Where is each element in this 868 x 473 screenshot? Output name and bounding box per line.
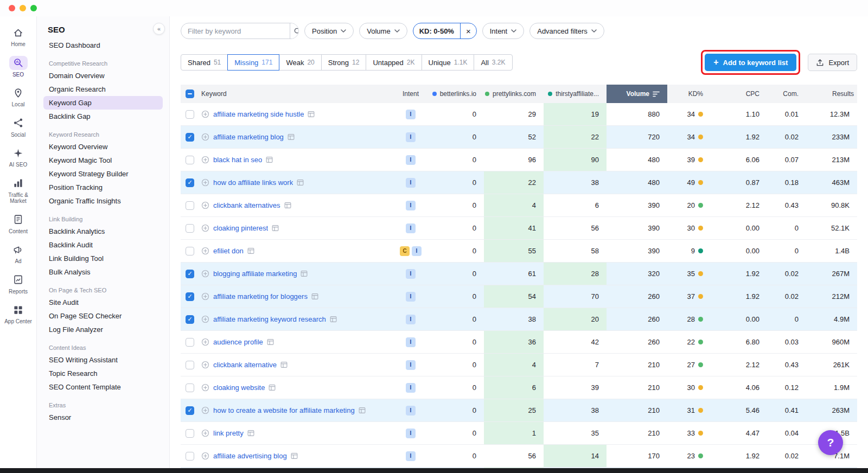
- sidebar-item-seo-content-template[interactable]: SEO Content Template: [43, 380, 163, 394]
- keyword-link[interactable]: cloaking pinterest: [213, 224, 268, 232]
- intent-badge-i[interactable]: I: [406, 451, 416, 461]
- row-checkbox[interactable]: [186, 156, 194, 164]
- sidebar-item-link-building-tool[interactable]: Link Building Tool: [43, 252, 163, 265]
- keyword-link[interactable]: clickbank alternative: [213, 361, 277, 369]
- sidebar-item-on-page-seo-checker[interactable]: On Page SEO Checker: [43, 309, 163, 323]
- sidebar-item-site-audit[interactable]: Site Audit: [43, 296, 163, 309]
- sidebar-item-keyword-magic-tool[interactable]: Keyword Magic Tool: [43, 154, 163, 167]
- keyword-link[interactable]: link pretty: [213, 429, 244, 437]
- tab-all[interactable]: All3.2K: [474, 54, 512, 71]
- rail-item-ai-seo[interactable]: AI SEO: [1, 142, 36, 172]
- intent-badge-i[interactable]: I: [412, 246, 422, 256]
- tab-missing[interactable]: Missing171: [227, 54, 279, 71]
- keyword-link[interactable]: blogging affiliate marketing: [213, 270, 297, 278]
- column-header-com[interactable]: Com.: [767, 85, 806, 103]
- sidebar-item-topic-research[interactable]: Topic Research: [43, 367, 163, 380]
- intent-badge-i[interactable]: I: [406, 383, 416, 393]
- sidebar-item-organic-traffic-insights[interactable]: Organic Traffic Insights: [43, 194, 163, 208]
- sidebar-item-keyword-strategy-builder[interactable]: Keyword Strategy Builder: [43, 167, 163, 181]
- intent-badge-i[interactable]: I: [406, 110, 416, 119]
- intent-badge-i[interactable]: I: [406, 155, 416, 165]
- traffic-light-minimize-icon[interactable]: [20, 5, 26, 11]
- keyword-link[interactable]: affiliate marketing keyword research: [213, 315, 326, 323]
- intent-filter-dropdown[interactable]: Intent: [482, 23, 525, 39]
- sidebar-item-sensor[interactable]: Sensor: [43, 411, 163, 424]
- row-checkbox[interactable]: ✓: [186, 292, 194, 301]
- traffic-light-close-icon[interactable]: [9, 5, 15, 11]
- column-header-results[interactable]: Results: [806, 85, 857, 103]
- sidebar-item-keyword-overview[interactable]: Keyword Overview: [43, 140, 163, 154]
- intent-badge-i[interactable]: I: [406, 269, 416, 279]
- sidebar-item-backlink-analytics[interactable]: Backlink Analytics: [43, 225, 163, 238]
- sidebar-item-organic-research[interactable]: Organic Research: [43, 82, 163, 96]
- sidebar-item-seo-writing-assistant[interactable]: SEO Writing Assistant: [43, 353, 163, 367]
- keyword-filter-input[interactable]: [181, 23, 290, 39]
- column-header-intent[interactable]: Intent: [394, 85, 427, 103]
- tab-shared[interactable]: Shared51: [181, 54, 228, 71]
- volume-filter-dropdown[interactable]: Volume: [359, 23, 407, 39]
- sidebar-item-log-file-analyzer[interactable]: Log File Analyzer: [43, 323, 163, 336]
- intent-badge-i[interactable]: I: [406, 429, 416, 438]
- sidebar-collapse-button[interactable]: «: [153, 23, 165, 35]
- column-header-volume[interactable]: Volume: [607, 85, 667, 103]
- traffic-light-zoom-icon[interactable]: [30, 5, 37, 11]
- rail-item-home[interactable]: Home: [1, 22, 36, 52]
- rail-item-ad[interactable]: Ad: [1, 239, 36, 269]
- add-to-keyword-list-button[interactable]: + Add to keyword list: [705, 54, 796, 71]
- position-filter-dropdown[interactable]: Position: [304, 23, 354, 39]
- rail-item-local[interactable]: Local: [1, 82, 36, 112]
- column-header-thirstyaffiliate[interactable]: thirstyaffiliate...: [544, 85, 607, 103]
- intent-badge-i[interactable]: I: [406, 201, 416, 210]
- row-checkbox[interactable]: ✓: [186, 178, 194, 187]
- sidebar-item-backlink-gap[interactable]: Backlink Gap: [43, 110, 163, 123]
- keyword-link[interactable]: efiliet don: [213, 247, 244, 255]
- tab-untapped[interactable]: Untapped2K: [366, 54, 422, 71]
- rail-item-content[interactable]: Content: [1, 209, 36, 239]
- row-checkbox[interactable]: ✓: [186, 315, 194, 324]
- tab-strong[interactable]: Strong12: [321, 54, 367, 71]
- row-checkbox[interactable]: [186, 429, 194, 438]
- row-checkbox[interactable]: [186, 338, 194, 347]
- rail-item-reports[interactable]: Reports: [1, 269, 36, 299]
- intent-badge-i[interactable]: I: [406, 223, 416, 233]
- kd-filter-clear-button[interactable]: ×: [460, 23, 476, 39]
- tab-unique[interactable]: Unique1.1K: [422, 54, 475, 71]
- sidebar-item-backlink-audit[interactable]: Backlink Audit: [43, 238, 163, 252]
- row-checkbox[interactable]: [186, 452, 194, 461]
- column-header-kd[interactable]: KD%: [667, 85, 711, 103]
- advanced-filters-dropdown[interactable]: Advanced filters: [529, 23, 604, 39]
- column-header-betterlinks-io[interactable]: betterlinks.io: [427, 85, 484, 103]
- export-button[interactable]: Export: [808, 54, 857, 71]
- keyword-link[interactable]: how to create a website for affiliate ma…: [213, 406, 355, 414]
- keyword-link[interactable]: cloaking website: [213, 383, 265, 392]
- sidebar-item-bulk-analysis[interactable]: Bulk Analysis: [43, 265, 163, 279]
- row-checkbox[interactable]: [186, 110, 194, 119]
- row-checkbox[interactable]: ✓: [186, 270, 194, 278]
- row-checkbox[interactable]: [186, 361, 194, 369]
- sidebar-item-seo-dashboard[interactable]: SEO Dashboard: [43, 39, 163, 52]
- row-checkbox[interactable]: ✓: [186, 133, 194, 142]
- row-checkbox[interactable]: ✓: [186, 406, 194, 415]
- intent-badge-i[interactable]: I: [406, 315, 416, 324]
- rail-item-seo[interactable]: SEO: [1, 52, 36, 82]
- keyword-link[interactable]: affiliate marketing blog: [213, 133, 284, 141]
- intent-badge-i[interactable]: I: [406, 337, 416, 347]
- sidebar-item-position-tracking[interactable]: Position Tracking: [43, 181, 163, 194]
- keyword-link[interactable]: audience profile: [213, 338, 263, 346]
- keyword-link[interactable]: black hat in seo: [213, 156, 262, 164]
- rail-item-app-center[interactable]: App Center: [1, 299, 36, 329]
- sidebar-item-keyword-gap[interactable]: Keyword Gap: [43, 96, 163, 110]
- keyword-link[interactable]: affiliate marketing for bloggers: [213, 292, 308, 301]
- intent-badge-c[interactable]: C: [400, 246, 410, 256]
- intent-badge-i[interactable]: I: [406, 292, 416, 302]
- rail-item-traffic-market[interactable]: Traffic & Market: [1, 172, 36, 209]
- intent-badge-i[interactable]: I: [406, 360, 416, 370]
- kd-filter-chip[interactable]: KD: 0-50% ×: [413, 23, 477, 39]
- row-checkbox[interactable]: [186, 201, 194, 210]
- sidebar-item-domain-overview[interactable]: Domain Overview: [43, 69, 163, 82]
- keyword-link[interactable]: clickbank alternatives: [213, 201, 280, 209]
- intent-badge-i[interactable]: I: [406, 132, 416, 142]
- tab-weak[interactable]: Weak20: [279, 54, 321, 71]
- intent-badge-i[interactable]: I: [406, 406, 416, 416]
- row-checkbox[interactable]: [186, 247, 194, 255]
